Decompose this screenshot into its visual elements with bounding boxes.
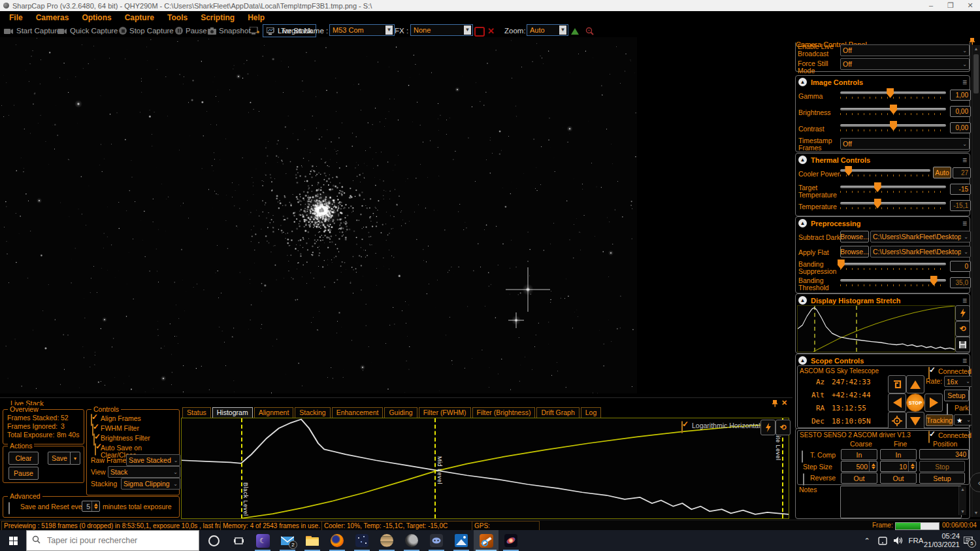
notes-textarea[interactable]	[840, 486, 962, 518]
menu-tools[interactable]: Tools	[161, 13, 194, 22]
target-temperature-value[interactable]: -15	[950, 184, 971, 195]
tab-log[interactable]: Log	[581, 407, 602, 418]
task-view-icon[interactable]	[229, 530, 248, 551]
taskbar-search-box[interactable]	[26, 530, 199, 551]
tab-enhancement[interactable]: Enhancement	[332, 407, 384, 418]
focuser-stop-button[interactable]: Stop	[919, 461, 965, 472]
banding-suppression-value[interactable]: 0	[950, 261, 971, 272]
star-cluster-image[interactable]	[0, 37, 637, 393]
pin-icon[interactable]	[772, 400, 777, 407]
coarse-in-button[interactable]: In	[841, 449, 877, 460]
tab-histogram[interactable]: Histogram	[212, 407, 253, 418]
target-name-select[interactable]: M53 Com ▼	[329, 24, 395, 36]
cortana-icon[interactable]	[204, 530, 223, 551]
restore-button[interactable]: ❐	[941, 0, 960, 11]
fine-in-button[interactable]: In	[880, 449, 917, 460]
tab-drift-graph[interactable]: Drift Graph	[536, 407, 579, 418]
pause-stack-button[interactable]: Pause	[8, 467, 39, 480]
slew-right-button[interactable]	[924, 393, 943, 412]
gamma-value[interactable]: 1,00	[950, 90, 971, 101]
brightness-slider[interactable]	[840, 108, 946, 110]
enable-live-broadcast-select[interactable]: Off⌄	[840, 44, 970, 56]
cooler-power-slider[interactable]	[840, 169, 930, 172]
subtract-dark-path-select[interactable]: C:\Users\SharkFleet\Desktop\dark...⌄	[870, 231, 971, 242]
collapse-chevron-icon[interactable]: ▲	[798, 156, 807, 164]
tab-filter-brightness[interactable]: Filter (Brightness)	[472, 407, 536, 418]
hamburger-menu-icon[interactable]: ≡	[962, 78, 967, 87]
spiral-search-button[interactable]	[888, 375, 906, 393]
focuser-connected-checkbox[interactable]	[928, 431, 930, 443]
contrast-slider[interactable]	[840, 124, 946, 127]
stack-histogram-plot[interactable]: Black Level Mid Level White Level Logari…	[181, 418, 789, 519]
collapse-chevron-icon[interactable]: ▲	[798, 296, 807, 305]
tab-alignment[interactable]: Alignment	[254, 407, 294, 418]
spinner-arrows-icon[interactable]	[869, 461, 877, 471]
mail-app-icon[interactable]: 2	[275, 530, 300, 551]
clock[interactable]: 05:24 21/03/2021	[926, 530, 960, 551]
action-center-icon[interactable]: 5	[960, 530, 977, 551]
focuser-setup-button[interactable]: Setup	[919, 473, 965, 484]
minutes-spinner[interactable]: 5	[82, 501, 100, 512]
tracking-rate-star-select[interactable]: ★⌄	[954, 414, 973, 426]
gamma-slider[interactable]	[840, 92, 946, 94]
photos-app-icon[interactable]	[449, 530, 474, 551]
start-button[interactable]	[0, 530, 26, 551]
fine-out-button[interactable]: Out	[880, 473, 917, 484]
pin-icon[interactable]	[970, 38, 975, 45]
slew-stop-button[interactable]: STOP	[906, 393, 924, 412]
camera-panel-scrollbar[interactable]: ▲ ▼	[972, 45, 980, 517]
force-still-mode-select[interactable]: Off⌄	[840, 58, 970, 70]
planet-app-icon[interactable]	[374, 530, 399, 551]
file-explorer-icon[interactable]	[300, 530, 325, 551]
scrollbar-thumb[interactable]	[973, 54, 979, 93]
language-indicator[interactable]: FRA	[906, 530, 926, 551]
selection-rect-icon[interactable]	[474, 27, 485, 37]
pause-button[interactable]: Pause	[175, 24, 207, 37]
coarse-out-button[interactable]: Out	[841, 473, 877, 484]
banding-suppression-slider[interactable]	[840, 263, 946, 265]
minimize-button[interactable]: –	[921, 0, 941, 11]
tab-status[interactable]: Status	[182, 407, 211, 418]
slew-down-button[interactable]	[906, 412, 924, 430]
stretch-histogram-plot[interactable]	[797, 305, 955, 352]
reset-stretch-button[interactable]: ⟲	[955, 321, 970, 337]
clear-button[interactable]: Clear	[8, 452, 39, 465]
tray-expand-chevron-icon[interactable]: ⌃	[859, 530, 875, 551]
timestamp-frames-select[interactable]: Off⌄	[840, 138, 970, 150]
fine-step-spinner[interactable]: 10	[880, 461, 917, 472]
save-reset-checkbox[interactable]	[8, 502, 10, 514]
hamburger-menu-icon[interactable]: ≡	[962, 156, 967, 165]
firefox-icon[interactable]	[325, 530, 350, 551]
search-input[interactable]	[46, 535, 186, 546]
log-axis-checkbox[interactable]	[681, 421, 683, 433]
tab-guiding[interactable]: Guiding	[384, 407, 417, 418]
save-dropdown-caret[interactable]: ▾	[70, 452, 80, 465]
apply-flat-path-select[interactable]: C:\Users\SharkFleet\Desktop\21_2...⌄	[870, 246, 971, 258]
menu-help[interactable]: Help	[241, 13, 271, 22]
galaxy-app-icon[interactable]	[498, 530, 523, 551]
spinner-arrows-icon[interactable]	[91, 501, 99, 511]
notes-scrollbar[interactable]: ▲▼	[958, 486, 966, 515]
tab-stacking[interactable]: Stacking	[295, 407, 330, 418]
fx-select[interactable]: None ▼	[410, 24, 473, 36]
spinner-arrows-icon[interactable]	[908, 461, 916, 471]
reset-stretch-button[interactable]: ⟲	[776, 420, 791, 435]
volume-icon[interactable]	[890, 530, 906, 551]
view-select[interactable]: Stack⌄	[108, 466, 180, 478]
coarse-step-spinner[interactable]: 500	[841, 461, 877, 472]
raw-frames-select[interactable]: Save Stacked⌄	[126, 454, 180, 466]
slew-up-button[interactable]	[906, 375, 924, 393]
menu-scripting[interactable]: Scripting	[194, 13, 241, 22]
collapse-chevron-icon[interactable]: ▲	[798, 356, 807, 365]
stellarium-icon[interactable]	[350, 530, 374, 551]
clear-selection-icon[interactable]: ✕	[487, 24, 495, 37]
t-comp-checkbox[interactable]	[802, 450, 803, 463]
cooler-auto-button[interactable]: Auto	[933, 167, 951, 178]
contrast-value[interactable]: 0,00	[950, 122, 971, 133]
stacking-select[interactable]: Sigma Clipping⌄	[121, 478, 180, 490]
discord-icon[interactable]	[424, 530, 449, 551]
reverse-checkbox[interactable]	[803, 473, 804, 486]
save-button[interactable]: Save	[48, 452, 71, 465]
focuser-position-value[interactable]: 340	[919, 449, 969, 459]
slew-left-button[interactable]	[888, 393, 906, 412]
